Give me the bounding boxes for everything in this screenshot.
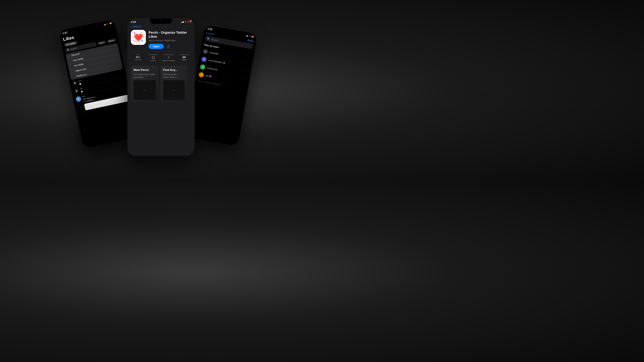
user-avatar-4: e: [198, 72, 204, 78]
meta-age-label: AGE: [136, 54, 140, 55]
notification-badge: 15: [109, 22, 112, 24]
svg-rect-2: [152, 58, 153, 59]
signal-icon: [104, 23, 106, 25]
share-icon: [167, 44, 170, 48]
person-icon: [167, 56, 170, 59]
svg-rect-0: [152, 56, 153, 57]
meta-developer: DEVELOPER Miguel Piedrafita: [162, 54, 176, 62]
spacer: [72, 71, 74, 72]
meta-language: LANGUAGE EN English: [177, 54, 191, 62]
x-avatar-1: 𝕏: [72, 80, 78, 86]
card-1-preview: 1:46: [134, 80, 156, 100]
meta-language-sub: English: [182, 59, 187, 61]
meta-row: AGE 17+ Years Old CATEGORY Utilities DEV…: [128, 52, 194, 64]
right-notification-badge: 15: [251, 35, 254, 37]
meta-age-value: 17+: [136, 56, 140, 58]
media-filter[interactable]: Media ▾: [107, 38, 116, 43]
app-icon: ❤️: [131, 30, 146, 45]
card-2-heading: Find Any...: [163, 68, 185, 72]
meta-language-label: LANGUAGE: [180, 54, 189, 55]
screenshot-card-2: Find Any... Filter by keywo... author, l…: [160, 66, 187, 103]
scene: 1:57 15 Likes No repl: [60, 15, 262, 166]
chevron-down-icon: ▾: [114, 39, 115, 41]
grid-icon: [152, 56, 155, 59]
share-button[interactable]: [166, 44, 171, 49]
search-icon: 🔍: [67, 48, 70, 51]
meta-age: AGE 17+ Years Old: [131, 54, 145, 62]
wifi-icon: [106, 23, 109, 25]
center-status-icons: 9: [181, 21, 191, 23]
app-name: Perch - Organize Twitter Likes: [148, 30, 191, 38]
center-time: 4:19: [131, 20, 136, 23]
liked-filter[interactable]: Liked ▾: [97, 40, 106, 45]
spacer: [73, 77, 75, 77]
center-phone-notch: [150, 18, 172, 24]
card-1-subtext: Your Twitter likes, finally searchable: [134, 73, 156, 79]
user-avatar-1: m: [202, 49, 208, 54]
user-avatar-3: s: [200, 64, 206, 70]
screenshots-row: Meet Perch Your Twitter likes, finally s…: [128, 64, 194, 105]
app-hero: ❤️ Perch - Organize Twitter Likes Sort &…: [128, 30, 194, 52]
wifi-icon-right: [248, 35, 251, 37]
meta-developer-label: DEVELOPER: [164, 54, 174, 55]
left-status-icons: 15: [104, 22, 112, 25]
heart-icon: ❤️: [134, 33, 143, 41]
meta-category-label: CATEGORY: [149, 54, 158, 55]
user-avatar-2: M: [201, 56, 207, 62]
meta-age-sub: Years Old: [134, 59, 142, 61]
right-status-icons: 15: [246, 35, 254, 38]
card-2-subtext: Filter by keywo... author, links, a...: [163, 73, 185, 79]
battery-badge: 9: [190, 20, 192, 22]
cancel-button[interactable]: Cancel: [206, 31, 214, 36]
spacer: [70, 61, 72, 61]
search-placeholder-right: Search: [211, 38, 219, 42]
phone-center: 4:19 9: [128, 18, 194, 156]
wifi-icon-center: [184, 21, 187, 23]
card-1-heading: Meet Perch: [134, 68, 156, 72]
bri-avatar: B: [75, 96, 82, 102]
right-time: 1:57: [207, 27, 213, 31]
app-subtitle: Sort & find your Twitter likes: [148, 39, 191, 42]
done-button[interactable]: Done: [247, 39, 254, 42]
back-label: Search: [132, 25, 141, 28]
spacer: [70, 66, 73, 66]
card-2-preview: 1:57: [163, 80, 185, 100]
svg-rect-3: [154, 58, 155, 59]
app-title-area: Perch - Organize Twitter Likes Sort & fi…: [148, 30, 191, 49]
dot-lime: [132, 36, 133, 37]
meta-category: CATEGORY Utilities: [146, 54, 160, 62]
signal-icon-right: [246, 35, 248, 37]
dot-green: [141, 32, 142, 33]
chevron-left-icon: ‹: [131, 25, 132, 28]
open-button[interactable]: Open: [148, 44, 164, 49]
camera-dot: [160, 20, 162, 21]
appstore-nav: ‹ Search: [128, 24, 194, 30]
search-placeholder: Search: [70, 47, 77, 51]
left-time: 1:57: [62, 31, 68, 35]
app-icon-inner: ❤️: [131, 30, 146, 45]
svg-point-4: [168, 56, 169, 57]
signal-icon-center: [181, 21, 184, 23]
svg-rect-1: [154, 56, 155, 57]
screenshot-card-1: Meet Perch Your Twitter likes, finally s…: [131, 66, 158, 103]
phone-left: 1:57 15 Likes No repl: [58, 19, 139, 149]
checkmark-icon: ✓: [68, 55, 70, 57]
chevron-down-icon: ▾: [104, 41, 105, 43]
x-avatar-2: 𝕏: [74, 88, 79, 94]
back-button[interactable]: ‹ Search: [131, 25, 191, 28]
meta-category-value: Utilities: [150, 60, 156, 62]
phone-right: 1:57 15 Cancel Done: [185, 25, 258, 146]
battery-container: 9: [188, 21, 191, 23]
search-icon-right: 🔍: [207, 37, 210, 40]
meta-developer-value: Miguel Piedrafita: [162, 60, 175, 62]
meta-language-value: EN: [182, 56, 186, 58]
dot-pink: [143, 36, 144, 37]
app-cta-row: Open: [148, 44, 191, 49]
battery-fill: [188, 21, 188, 22]
